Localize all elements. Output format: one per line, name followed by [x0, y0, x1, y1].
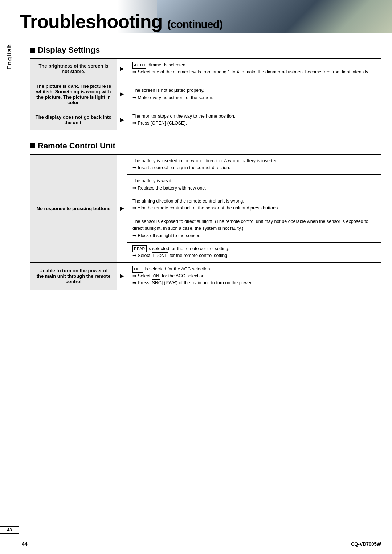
footer-model: CQ-VD7005W [351, 541, 381, 547]
solution-italic: Press [OPEN] (CLOSE). [138, 121, 187, 126]
section-square-icon [30, 48, 35, 53]
display-settings-table: The brightness of the screen is not stab… [30, 58, 381, 130]
table-row: The brightness of the screen is not stab… [30, 59, 381, 79]
solution-cell-multi: The battery is inserted in the wrong dir… [127, 154, 381, 262]
solution-text: The monitor stops on the way to the home… [127, 110, 381, 130]
inner-solutions-power: OFF is selected for the ACC selection. ➡… [127, 263, 381, 290]
page-footer: 44 CQ-VD7005W [0, 541, 392, 547]
solution-italic: Insert a correct battery in the correct … [138, 165, 230, 170]
solution-italic: Block off sunlight to the sensor. [138, 233, 200, 238]
arrow-cell: ► [117, 154, 127, 262]
solution-row: The monitor stops on the way to the home… [127, 110, 381, 130]
inner-solutions: The monitor stops on the way to the home… [127, 110, 381, 130]
problem-cell: The display does not go back into the un… [30, 110, 117, 130]
section-square-icon-2 [30, 143, 35, 148]
keyword-box-on: ON [152, 273, 161, 280]
sidebar-language: English [6, 44, 13, 70]
left-sidebar: English 43 [0, 33, 19, 541]
display-settings-title: Display Settings [38, 45, 100, 55]
solution-row: The screen is not adjusted properly. ➡ M… [127, 84, 381, 104]
solution-row: OFF is selected for the ACC selection. ➡… [127, 263, 381, 290]
solution-italic: Select ON for the ACC selection. [138, 273, 205, 278]
remote-control-header: Remote Control Unit [30, 141, 381, 151]
keyword-box-off: OFF [132, 266, 143, 273]
footer-page-number: 44 [22, 541, 28, 547]
solution-row: The sensor is exposed to direct sunlight… [127, 215, 381, 242]
table-row: The picture is dark. The picture is whit… [30, 79, 381, 110]
solution-italic: Replace the battery with new one. [138, 186, 206, 191]
solution-row: The battery is weak. ➡ Replace the batte… [127, 175, 381, 195]
problem-cell-no-response: No response to pressing buttons [30, 154, 117, 262]
inner-solutions: The screen is not adjusted properly. ➡ M… [127, 84, 381, 104]
solution-italic: Select one of the dimmer levels from amo… [138, 69, 369, 74]
solution-cell-power: OFF is selected for the ACC selection. ➡… [127, 262, 381, 290]
solution-row: The aiming direction of the remote contr… [127, 195, 381, 215]
solution-text: The aiming direction of the remote contr… [127, 195, 381, 215]
keyword-box-front: FRONT [152, 252, 168, 259]
problem-cell-power: Unable to turn on the power of the main … [30, 262, 117, 290]
arrow-cell: ► [117, 79, 127, 110]
remote-control-title: Remote Control Unit [38, 141, 115, 151]
solution-text: The screen is not adjusted properly. ➡ M… [127, 84, 381, 104]
solution-row: AUTO dimmer is selected. ➡ Select one of… [127, 59, 381, 79]
keyword-box-auto: AUTO [132, 62, 146, 69]
inner-solutions-remote: The battery is inserted in the wrong dir… [127, 155, 381, 262]
problem-cell: The brightness of the screen is not stab… [30, 59, 117, 79]
solution-text: AUTO dimmer is selected. ➡ Select one of… [127, 59, 381, 79]
main-content: Display Settings The brightness of the s… [19, 33, 392, 312]
arrow-cell: ► [117, 110, 127, 130]
solution-text: The battery is weak. ➡ Replace the batte… [127, 175, 381, 195]
solution-text: REAR is selected for the remote control … [127, 242, 381, 262]
solution-italic: Make every adjustment of the screen. [138, 95, 213, 100]
arrow-cell: ► [117, 59, 127, 79]
table-row: No response to pressing buttons ► The ba… [30, 154, 381, 262]
arrow-cell: ► [117, 262, 127, 290]
solution-row: The battery is inserted in the wrong dir… [127, 155, 381, 175]
solution-italic: Select FRONT for the remote control sett… [138, 253, 228, 258]
solution-text: The sensor is exposed to direct sunlight… [127, 215, 381, 242]
solution-row: REAR is selected for the remote control … [127, 242, 381, 262]
problem-cell: The picture is dark. The picture is whit… [30, 79, 117, 110]
keyword-box-rear: REAR [132, 245, 147, 252]
solution-text: OFF is selected for the ACC selection. ➡… [127, 263, 381, 290]
solution-cell: The screen is not adjusted properly. ➡ M… [127, 79, 381, 110]
remote-control-table: No response to pressing buttons ► The ba… [30, 154, 381, 290]
inner-solutions: AUTO dimmer is selected. ➡ Select one of… [127, 59, 381, 79]
table-row: Unable to turn on the power of the main … [30, 262, 381, 290]
solution-cell: The monitor stops on the way to the home… [127, 110, 381, 130]
solution-cell: AUTO dimmer is selected. ➡ Select one of… [127, 59, 381, 79]
table-row: The display does not go back into the un… [30, 110, 381, 130]
solution-italic-2: Press [SRC] (PWR) of the main unit to tu… [138, 280, 252, 285]
sidebar-page-number: 43 [0, 526, 19, 534]
solution-text: The battery is inserted in the wrong dir… [127, 155, 381, 175]
display-settings-header: Display Settings [30, 45, 381, 55]
page-header: Troubleshooting (continued) [0, 0, 392, 33]
page-title: Troubleshooting (continued) [0, 12, 222, 31]
solution-italic: Aim the remote control unit at the senso… [138, 205, 279, 211]
